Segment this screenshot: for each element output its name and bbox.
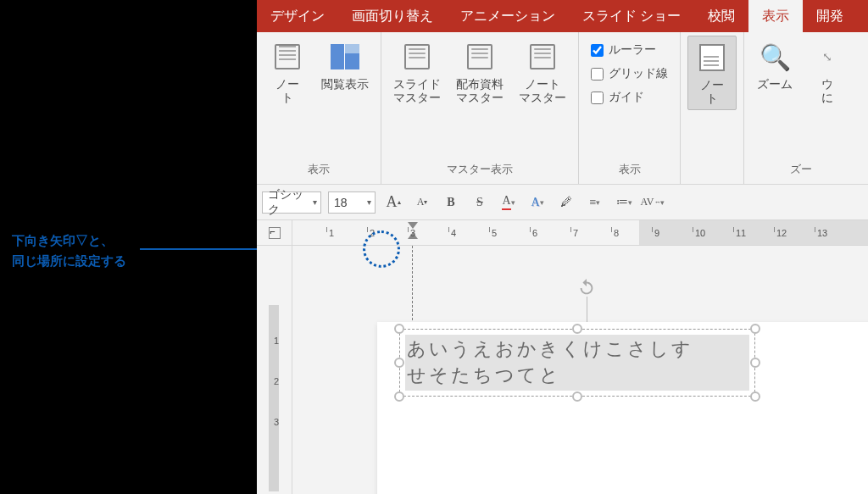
guide-checkbox-row[interactable]: ガイド (591, 88, 644, 107)
ribbon-tabs: デザイン 画面切り替え アニメーション スライド ショー 校閲 表示 開発 (257, 0, 868, 32)
horizontal-ruler[interactable]: 12345678910111213 (257, 220, 868, 246)
callout-circle (363, 230, 400, 268)
notes-button[interactable]: ノー ト (687, 36, 737, 110)
ribbon-group-presentation-views: ノー ト 閲覧表示 表示 (257, 32, 381, 184)
tab-view[interactable]: 表示 (748, 0, 803, 32)
ribbon: ノー ト 閲覧表示 表示 スライド マスター 配布資料 マスター (257, 32, 868, 185)
align-icon: ≡ (590, 196, 597, 209)
note-master-button[interactable]: ノート マスター (514, 36, 571, 108)
highlight-icon: 🖉 (560, 196, 572, 209)
zoom-button[interactable]: 🔍 ズーム (751, 36, 798, 95)
ribbon-group-master-views: スライド マスター 配布資料 マスター ノート マスター マスター表示 (381, 32, 579, 184)
zoom-icon: 🔍 (760, 42, 791, 72)
powerpoint-window: デザイン 画面切り替え アニメーション スライド ショー 校閲 表示 開発 ノー… (257, 0, 868, 494)
window-icon: ⤡ (822, 50, 832, 64)
resize-handle-n[interactable] (572, 324, 582, 334)
bullets-button[interactable]: ≔ (613, 191, 635, 214)
group-label-master: マスター表示 (388, 158, 571, 182)
grid-checkbox-row[interactable]: グリッド線 (591, 64, 668, 83)
slide-canvas[interactable]: あいうえおかきくけこさしす せそたちつてと (292, 246, 868, 494)
group-label-empty (687, 161, 737, 182)
group-label-views: 表示 (264, 158, 374, 182)
reading-icon (331, 44, 359, 69)
bullets-icon: ≔ (616, 195, 628, 209)
handout-master-icon (467, 44, 492, 69)
char-spacing-button[interactable]: AV↔ (642, 191, 664, 214)
ruler-checkbox[interactable] (591, 44, 604, 57)
resize-handle-w[interactable] (394, 358, 404, 368)
format-toolbar: ゴシック 18 A▴ A▾ B S A A 🖉 ≡ ≔ AV↔ (257, 185, 868, 220)
outline-icon (275, 44, 300, 69)
resize-handle-s[interactable] (572, 391, 582, 402)
tab-animation[interactable]: アニメーション (447, 0, 569, 32)
bold-button[interactable]: B (440, 191, 462, 214)
group-label-show: 表示 (586, 158, 673, 182)
guide-checkbox[interactable] (591, 92, 604, 104)
tab-design[interactable]: デザイン (257, 0, 338, 32)
annotation-text: 下向き矢印▽と、 同じ場所に設定する (12, 230, 126, 271)
align-button[interactable]: ≡ (584, 191, 606, 214)
font-name-combo[interactable]: ゴシック (262, 191, 321, 214)
resize-handle-e[interactable] (750, 358, 760, 368)
resize-handle-nw[interactable] (394, 324, 404, 334)
font-color-button[interactable]: A (498, 191, 520, 214)
group-label-zoom: ズー (751, 158, 851, 182)
ribbon-group-zoom: 🔍 ズーム ⤡ ウ に ズー (744, 32, 858, 184)
rotate-icon (577, 278, 596, 297)
slide-master-icon (404, 44, 430, 69)
ribbon-group-notes: ノー ト (681, 32, 744, 184)
annotation-line2: 同じ場所に設定する (12, 251, 126, 271)
ruler-checkbox-row[interactable]: ルーラー (591, 41, 656, 59)
increase-font-button[interactable]: A▴ (382, 191, 404, 214)
fit-window-button[interactable]: ⤡ ウ に (804, 36, 851, 108)
tab-transition[interactable]: 画面切り替え (338, 0, 447, 32)
note-master-icon (530, 44, 555, 69)
tab-selector[interactable] (257, 220, 292, 245)
ribbon-group-show: ルーラー グリッド線 ガイド 表示 (579, 32, 681, 184)
ruler-v-nums: 123 (269, 305, 284, 427)
reading-view-button[interactable]: 閲覧表示 (316, 36, 374, 95)
tab-review[interactable]: 校閲 (694, 0, 748, 32)
text-effects-button[interactable]: A (526, 191, 548, 214)
handout-master-button[interactable]: 配布資料 マスター (451, 36, 509, 108)
tab-slideshow[interactable]: スライド ショー (569, 0, 694, 32)
strikethrough-button[interactable]: S (469, 191, 491, 214)
tab-develop[interactable]: 開発 (803, 0, 857, 32)
notes-icon (699, 44, 725, 71)
resize-handle-sw[interactable] (394, 391, 404, 402)
annotation-line1: 下向き矢印▽と、 (12, 230, 126, 251)
decrease-font-button[interactable]: A▾ (411, 191, 433, 214)
vertical-ruler[interactable]: 123 (257, 246, 292, 494)
font-size-combo[interactable]: 18 (328, 191, 376, 214)
slide-master-button[interactable]: スライド マスター (388, 36, 446, 108)
text-content[interactable]: あいうえおかきくけこさしす せそたちつてと (407, 336, 693, 389)
resize-handle-se[interactable] (750, 391, 760, 402)
resize-handle-ne[interactable] (750, 324, 760, 334)
text-box[interactable]: あいうえおかきくけこさしす せそたちつてと (399, 329, 755, 397)
grid-checkbox[interactable] (591, 68, 604, 80)
rotate-handle[interactable] (576, 278, 598, 322)
outline-view-button[interactable]: ノー ト (264, 36, 311, 108)
highlight-button[interactable]: 🖉 (555, 191, 577, 214)
